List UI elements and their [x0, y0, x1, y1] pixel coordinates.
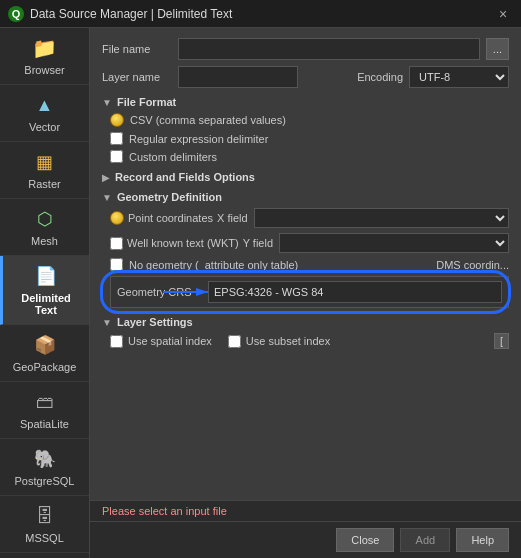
title-bar: Q Data Source Manager | Delimited Text × [0, 0, 521, 28]
sidebar-item-raster-label: Raster [28, 178, 60, 190]
layer-settings-section-title: Layer Settings [117, 316, 193, 328]
file-name-label: File name [102, 43, 172, 55]
form-area: File name ... Layer name Encoding UTF-8 … [90, 28, 521, 500]
vector-icon: ▲ [33, 93, 57, 117]
crs-arrow-annotation [158, 282, 218, 302]
mesh-icon: ⬡ [33, 207, 57, 231]
sidebar-item-spatialite[interactable]: 🗃 SpatiaLite [0, 382, 89, 439]
spatialite-icon: 🗃 [33, 390, 57, 414]
spatial-index-text: Use spatial index [128, 335, 212, 347]
wkt-checkbox[interactable] [110, 237, 123, 250]
status-text: Please select an input file [102, 505, 227, 517]
layer-name-input[interactable] [178, 66, 298, 88]
point-coords-row: Point coordinates X field [102, 208, 509, 228]
sidebar-item-raster[interactable]: ▦ Raster [0, 142, 89, 199]
extra-option-bracket: [ [494, 333, 509, 349]
y-field-label: Y field [243, 237, 273, 249]
sidebar-item-spatialite-label: SpatiaLite [20, 418, 69, 430]
file-format-triangle: ▼ [102, 97, 112, 108]
subset-index-checkbox[interactable] [228, 335, 241, 348]
file-name-input[interactable] [178, 38, 480, 60]
main-layout: 📁 Browser ▲ Vector ▦ Raster ⬡ Mesh 📄 Del… [0, 28, 521, 558]
custom-delimiters-row: Custom delimiters [102, 150, 509, 163]
sidebar-item-geopackage-label: GeoPackage [13, 361, 77, 373]
file-name-row: File name ... [102, 38, 509, 60]
geometry-crs-value[interactable]: EPSG:4326 - WGS 84 [208, 281, 502, 303]
no-geom-checkbox[interactable] [110, 258, 123, 271]
sidebar-item-browser[interactable]: 📁 Browser [0, 28, 89, 85]
raster-icon: ▦ [33, 150, 57, 174]
close-button[interactable]: Close [336, 528, 394, 552]
postgresql-icon: 🐘 [33, 447, 57, 471]
folder-icon: 📁 [33, 36, 57, 60]
point-coords-label: Point coordinates [128, 212, 213, 224]
subset-index-text: Use subset index [246, 335, 330, 347]
sidebar-item-mesh[interactable]: ⬡ Mesh [0, 199, 89, 256]
file-format-section-title: File Format [117, 96, 176, 108]
layer-name-encoding-row: Layer name Encoding UTF-8 [102, 66, 509, 88]
encoding-select[interactable]: UTF-8 [409, 66, 509, 88]
no-geom-partial-row: No geometry ( attribute only table) DMS … [102, 258, 509, 271]
csv-option-row: CSV (comma separated values) [102, 113, 509, 127]
layer-settings-section-header[interactable]: ▼ Layer Settings [102, 316, 509, 328]
title-bar-text: Data Source Manager | Delimited Text [30, 7, 493, 21]
file-browse-button[interactable]: ... [486, 38, 509, 60]
content-panel: File name ... Layer name Encoding UTF-8 … [90, 28, 521, 558]
geometry-definition-triangle: ▼ [102, 192, 112, 203]
geometry-crs-wrapper: Geometry CRS EPSG:4326 - WGS 84 [102, 276, 509, 308]
add-button[interactable]: Add [400, 528, 450, 552]
spatial-index-checkbox[interactable] [110, 335, 123, 348]
app-icon: Q [8, 6, 24, 22]
x-field-label: X field [217, 212, 248, 224]
file-format-section-header[interactable]: ▼ File Format [102, 96, 509, 108]
dms-partial-label: DMS coordin... [436, 259, 509, 271]
close-window-button[interactable]: × [493, 4, 513, 24]
spatial-index-label: Use spatial index [110, 335, 212, 348]
csv-option-label: CSV (comma separated values) [130, 114, 286, 126]
layer-name-label: Layer name [102, 71, 172, 83]
record-fields-triangle: ▶ [102, 172, 110, 183]
y-field-select[interactable] [279, 233, 509, 253]
sidebar-item-mesh-label: Mesh [31, 235, 58, 247]
wkt-label: Well known text (WKT) [127, 237, 239, 249]
x-field-select[interactable] [254, 208, 509, 228]
no-geom-label2: attribute only table) [205, 259, 299, 271]
layer-settings-options-row: Use spatial index Use subset index [ [102, 333, 509, 349]
help-button[interactable]: Help [456, 528, 509, 552]
layer-settings-triangle: ▼ [102, 317, 112, 328]
button-row: Close Add Help [90, 521, 521, 558]
subset-index-label: Use subset index [228, 335, 330, 348]
record-fields-section-title: Record and Fields Options [115, 171, 255, 183]
custom-delimiters-checkbox[interactable] [110, 150, 123, 163]
regex-option-label: Regular expression delimiter [129, 133, 268, 145]
sidebar-item-mssql[interactable]: 🗄 MSSQL [0, 496, 89, 553]
geometry-definition-section-header[interactable]: ▼ Geometry Definition [102, 191, 509, 203]
geometry-crs-row: Geometry CRS EPSG:4326 - WGS 84 [110, 276, 509, 308]
sidebar-item-postgresql-label: PostgreSQL [15, 475, 75, 487]
no-geom-label: No geometry ( [129, 259, 199, 271]
sidebar-item-browser-label: Browser [24, 64, 64, 76]
regex-checkbox[interactable] [110, 132, 123, 145]
sidebar: 📁 Browser ▲ Vector ▦ Raster ⬡ Mesh 📄 Del… [0, 28, 90, 558]
geopackage-icon: 📦 [33, 333, 57, 357]
mssql-icon: 🗄 [33, 504, 57, 528]
point-coords-indicator [110, 211, 124, 225]
sidebar-item-delimited-text[interactable]: 📄 DelimitedText [0, 256, 89, 325]
sidebar-item-delimited-text-label: DelimitedText [21, 292, 71, 316]
sidebar-item-postgresql[interactable]: 🐘 PostgreSQL [0, 439, 89, 496]
sidebar-item-vector-label: Vector [29, 121, 60, 133]
sidebar-item-mssql-label: MSSQL [25, 532, 64, 544]
sidebar-item-oracle[interactable]: ● Oracle [0, 553, 89, 558]
encoding-label: Encoding [357, 71, 403, 83]
regex-option-row: Regular expression delimiter [102, 132, 509, 145]
csv-selected-indicator [110, 113, 124, 127]
custom-delimiters-label: Custom delimiters [129, 151, 217, 163]
delimited-text-icon: 📄 [34, 264, 58, 288]
geometry-definition-section-title: Geometry Definition [117, 191, 222, 203]
record-fields-section-header[interactable]: ▶ Record and Fields Options [102, 171, 509, 183]
wkt-row: Well known text (WKT) Y field [102, 233, 509, 253]
sidebar-item-vector[interactable]: ▲ Vector [0, 85, 89, 142]
status-bar: Please select an input file [90, 500, 521, 521]
sidebar-item-geopackage[interactable]: 📦 GeoPackage [0, 325, 89, 382]
